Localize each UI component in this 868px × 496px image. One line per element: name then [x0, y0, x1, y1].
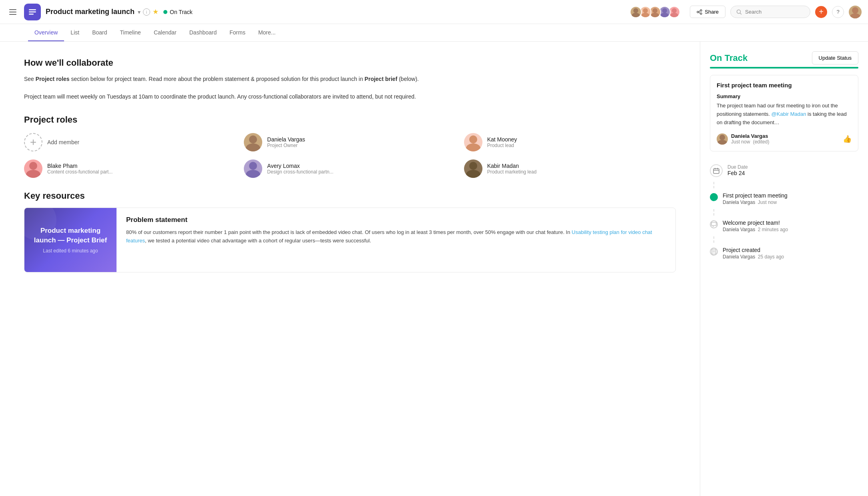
timeline-event-meta-2: Daniela Vargas 2 minutes ago	[723, 227, 788, 232]
status-card-title: First project team meeting	[717, 82, 852, 89]
status-card-footer: Daniela Vargas Just now (edited) 👍	[717, 133, 852, 145]
svg-point-27	[249, 135, 257, 143]
svg-rect-5	[29, 14, 34, 15]
svg-line-22	[740, 13, 742, 14]
help-button[interactable]: ?	[832, 6, 844, 18]
resource-body: Problem statement 80% of our customers r…	[117, 208, 675, 272]
svg-point-29	[469, 135, 477, 143]
author-name: Daniela Vargas	[731, 133, 769, 139]
roles-grid: Add member Daniela Vargas Project Owner	[24, 133, 676, 178]
svg-rect-1	[9, 12, 16, 12]
svg-point-14	[672, 8, 677, 13]
status-card: First project team meeting Summary The p…	[710, 75, 858, 151]
role-card-kabir: Kabir Madan Product marketing lead	[464, 159, 676, 178]
timeline-item-welcome: Welcome project team! Daniela Vargas 2 m…	[710, 216, 858, 236]
add-member-card[interactable]: Add member	[24, 133, 236, 151]
tab-overview[interactable]: Overview	[28, 24, 64, 41]
timeline-event-meta-3: Daniela Vargas 25 days ago	[723, 254, 784, 260]
resource-card: Product marketing launch — Project Brief…	[24, 208, 676, 272]
status-card-text: The project team had our first meeting t…	[717, 102, 852, 127]
share-button[interactable]: Share	[690, 6, 725, 18]
tab-timeline[interactable]: Timeline	[114, 24, 147, 41]
svg-point-7	[632, 12, 640, 18]
svg-point-36	[466, 170, 480, 178]
project-roles-section: Project roles Add member	[24, 115, 676, 178]
resource-thumbnail-title: Product marketing launch — Project Brief	[32, 226, 108, 245]
svg-line-20	[699, 12, 700, 13]
tab-board[interactable]: Board	[86, 24, 113, 41]
timeline-event-title-1: First project team meeting	[723, 192, 788, 199]
svg-point-11	[651, 12, 659, 18]
right-sidebar: On Track Update Status First project tea…	[700, 42, 868, 496]
search-box[interactable]	[730, 6, 810, 18]
svg-point-31	[29, 162, 37, 170]
svg-point-24	[850, 13, 860, 18]
svg-point-12	[662, 8, 667, 13]
svg-point-17	[700, 10, 702, 11]
svg-point-23	[852, 7, 858, 14]
like-button[interactable]: 👍	[843, 135, 852, 143]
usability-link[interactable]: Usability testing plan for video chat fe…	[126, 229, 652, 244]
role-card-kat: Kat Mooney Product lead	[464, 133, 676, 151]
svg-rect-4	[29, 11, 36, 12]
svg-point-15	[670, 12, 679, 18]
key-resources-section: Key resources Product marketing launch —…	[24, 191, 676, 272]
app-icon	[24, 4, 41, 20]
resource-thumbnail[interactable]: Product marketing launch — Project Brief…	[24, 208, 117, 272]
left-content: How we'll collaborate See Project roles …	[0, 42, 700, 496]
roles-title: Project roles	[24, 115, 676, 125]
avatar-kat	[464, 133, 482, 151]
svg-point-21	[737, 10, 741, 13]
topbar: Product marketing launch ▾ i ★ On Track	[0, 0, 868, 24]
avatar-kabir	[464, 159, 482, 178]
tab-more[interactable]: More...	[252, 24, 282, 41]
resource-body-text: 80% of our customers report their number…	[126, 228, 666, 245]
chevron-down-icon[interactable]: ▾	[138, 9, 141, 15]
avatar-daniela	[244, 133, 262, 151]
tab-calendar[interactable]: Calendar	[147, 24, 183, 41]
avatar[interactable]	[630, 6, 642, 18]
tab-list[interactable]: List	[64, 24, 86, 41]
calendar-icon	[710, 164, 723, 177]
status-bar	[710, 67, 858, 69]
svg-point-33	[249, 162, 257, 170]
svg-point-8	[643, 8, 648, 13]
add-button[interactable]: +	[815, 6, 827, 18]
svg-point-18	[700, 13, 702, 14]
on-track-title: On Track	[710, 53, 747, 63]
menu-button[interactable]	[6, 6, 19, 18]
role-card-daniela: Daniela Vargas Project Owner	[244, 133, 456, 151]
tab-forms[interactable]: Forms	[223, 24, 252, 41]
role-title-daniela: Project Owner	[267, 143, 305, 148]
timeline-event-title-2: Welcome project team!	[723, 220, 788, 226]
star-icon[interactable]: ★	[153, 8, 159, 16]
search-input[interactable]	[745, 9, 797, 15]
tab-dashboard[interactable]: Dashboard	[183, 24, 223, 41]
share-label: Share	[705, 9, 719, 15]
svg-point-32	[26, 170, 40, 178]
due-date-value: Feb 24	[727, 170, 748, 176]
author-time: Just now (edited)	[731, 139, 769, 145]
main-layout: How we'll collaborate See Project roles …	[0, 42, 868, 496]
timeline-item-meeting: First project team meeting Daniela Varga…	[710, 188, 858, 209]
project-name: Product marketing launch	[46, 8, 135, 16]
svg-point-10	[653, 8, 657, 13]
resources-title: Key resources	[24, 191, 676, 201]
info-icon[interactable]: i	[143, 8, 150, 16]
status-badge: On Track	[163, 9, 193, 15]
add-member-label[interactable]: Add member	[47, 139, 79, 145]
role-title-blake: Content cross-functional part...	[47, 169, 113, 175]
role-card-blake: Blake Pham Content cross-functional part…	[24, 159, 236, 178]
role-name-kat: Kat Mooney	[487, 136, 517, 143]
update-status-button[interactable]: Update Status	[812, 51, 858, 65]
timeline-event-meta-1: Daniela Vargas Just now	[723, 200, 788, 205]
role-name-kabir: Kabir Madan	[487, 163, 536, 169]
resource-thumbnail-subtitle: Last edited 6 minutes ago	[43, 248, 98, 254]
sidebar-header: On Track Update Status	[710, 51, 858, 65]
timeline-item-created: Project created Daniela Vargas 25 days a…	[710, 243, 858, 264]
role-name-blake: Blake Pham	[47, 163, 113, 169]
user-avatar[interactable]	[849, 6, 862, 18]
status-dot	[163, 10, 167, 14]
timeline-dot-doc	[710, 248, 718, 256]
add-member-placeholder[interactable]	[24, 133, 42, 151]
